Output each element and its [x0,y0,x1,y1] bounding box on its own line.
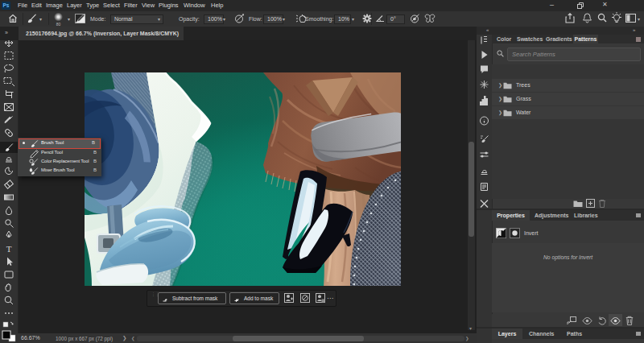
svg-text:T: T [6,244,12,254]
